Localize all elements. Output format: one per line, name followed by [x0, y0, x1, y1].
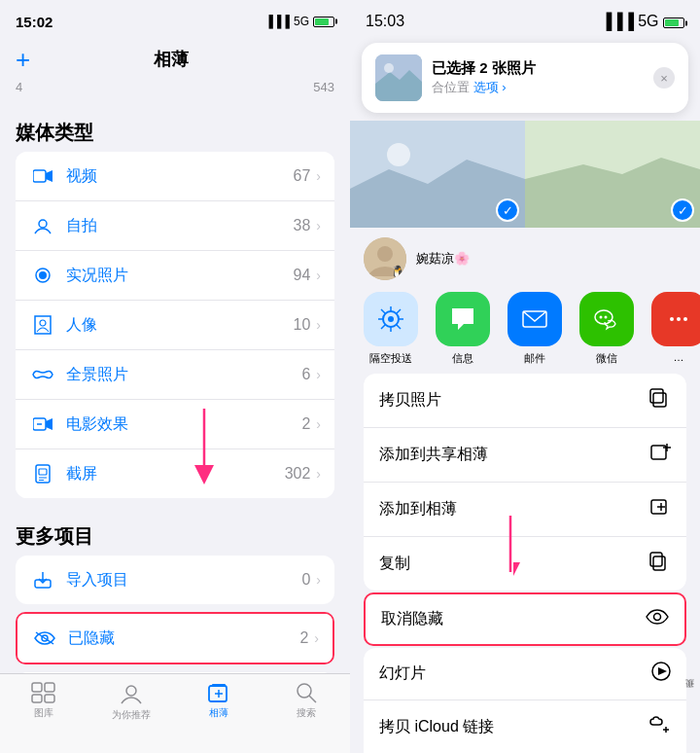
- panorama-label: 全景照片: [66, 365, 301, 385]
- svg-rect-23: [32, 683, 42, 692]
- svg-point-38: [387, 143, 410, 166]
- right-signal-bars: ▐▐▐: [601, 13, 634, 29]
- wechat-icon: [579, 292, 634, 346]
- hidden-item-container[interactable]: 已隐藏 2 ›: [16, 612, 334, 664]
- svg-point-61: [654, 614, 661, 621]
- media-section-header: 媒体类型: [0, 102, 350, 152]
- portrait-label: 人像: [66, 315, 294, 336]
- selfie-chevron: ›: [316, 218, 321, 233]
- action-unhide[interactable]: 取消隐藏: [364, 592, 686, 646]
- slideshow-label: 幻灯片: [379, 663, 426, 684]
- action-duplicate[interactable]: 复制: [364, 537, 686, 591]
- svg-rect-26: [45, 695, 54, 702]
- add-shared-label: 添加到共享相薄: [379, 445, 488, 465]
- message-label: 信息: [452, 351, 473, 366]
- list-item-cinematic[interactable]: 电影效果 2 ›: [16, 400, 334, 449]
- copy-photo-icon: [649, 387, 671, 413]
- right-status-time: 15:03: [366, 13, 404, 30]
- notification-banner[interactable]: 已选择 2 张照片 合位置 选项 › ×: [362, 43, 688, 113]
- svg-rect-60: [650, 553, 662, 566]
- notif-link[interactable]: 选项 ›: [473, 80, 507, 94]
- share-wechat[interactable]: 微信: [579, 292, 634, 366]
- albums-tab-label: 相薄: [209, 706, 228, 720]
- list-item-video[interactable]: 视频 67 ›: [16, 152, 334, 201]
- hidden-icon: [31, 625, 58, 652]
- left-page-title: 相薄: [154, 48, 189, 71]
- portrait-icon: [29, 311, 56, 339]
- more-section-header: 更多项目: [0, 506, 350, 556]
- tab-albums[interactable]: 相薄: [175, 682, 262, 720]
- right-panel: 15:03 ▐▐▐ 5G 已选择 2 张照片 合位置 选项 › × ✓: [350, 0, 700, 753]
- left-status-time: 15:02: [16, 14, 52, 30]
- svg-marker-63: [658, 667, 667, 675]
- share-airdrop[interactable]: 隔空投送: [364, 292, 418, 366]
- notif-title: 已选择 2 张照片: [432, 59, 653, 78]
- hidden-label: 已隐藏: [68, 628, 299, 649]
- action-add-shared[interactable]: 添加到共享相薄: [364, 428, 686, 483]
- slideshow-icon: [651, 662, 671, 686]
- share-more[interactable]: …: [651, 292, 700, 366]
- svg-point-5: [40, 320, 46, 326]
- list-item-selfie[interactable]: 自拍 38 ›: [16, 201, 334, 251]
- cinematic-label: 电影效果: [66, 414, 301, 435]
- action-add-album[interactable]: 添加到相薄: [364, 483, 686, 537]
- photo-thumb-1[interactable]: ✓: [350, 121, 525, 228]
- list-item-live[interactable]: 实况照片 94 ›: [16, 251, 334, 301]
- list-item-hidden[interactable]: 已隐藏 2 ›: [18, 614, 332, 663]
- svg-rect-29: [212, 684, 226, 686]
- unhide-label: 取消隐藏: [381, 609, 443, 629]
- share-mail[interactable]: 邮件: [508, 292, 562, 366]
- list-item-panorama[interactable]: 全景照片 6 ›: [16, 350, 334, 400]
- tab-gallery[interactable]: 图库: [0, 682, 88, 720]
- airdrop-icon: [364, 292, 418, 346]
- albums-tab-icon: [207, 682, 230, 703]
- live-icon: [29, 262, 56, 289]
- svg-point-50: [683, 317, 687, 321]
- svg-rect-0: [33, 170, 46, 182]
- svg-point-47: [605, 316, 608, 319]
- mail-label: 邮件: [524, 351, 545, 366]
- share-message[interactable]: 信息: [436, 292, 490, 366]
- svg-point-41: [377, 246, 393, 262]
- panorama-count: 6: [301, 366, 310, 383]
- gallery-tab-label: 图库: [34, 706, 53, 720]
- wechat-label: 微信: [596, 351, 617, 366]
- tab-search[interactable]: 搜索: [262, 682, 350, 720]
- recommended-tab-label: 为你推荐: [112, 708, 151, 722]
- add-album-label: 添加到相薄: [379, 499, 457, 520]
- action-copy-photo[interactable]: 拷贝照片: [364, 374, 686, 428]
- photo-check-1: ✓: [496, 198, 519, 222]
- left-panel: 15:02 ▐▐▐ 5G + 相薄 4 543 媒体类型 视频 67: [0, 0, 350, 753]
- left-header: + 相薄: [0, 43, 350, 80]
- svg-point-27: [126, 686, 136, 696]
- action-slideshow[interactable]: 幻灯片: [364, 648, 686, 700]
- selfie-label: 自拍: [66, 216, 294, 236]
- right-status-icons: ▐▐▐ 5G: [601, 13, 684, 30]
- left-scroll-area[interactable]: 媒体类型 视频 67 › 自拍 38 ›: [0, 102, 350, 673]
- action-icloud-link[interactable]: 拷贝 iCloud 链接: [364, 700, 686, 753]
- list-item-import[interactable]: 导入项目 0 ›: [16, 556, 334, 604]
- photo-thumb-2[interactable]: ✓: [525, 121, 700, 228]
- person-avatar: 🐧: [364, 237, 406, 280]
- battery-icon: [313, 17, 334, 27]
- svg-point-3: [39, 271, 47, 279]
- video-chevron: ›: [316, 168, 321, 184]
- svg-point-49: [677, 317, 681, 321]
- live-label: 实况照片: [66, 266, 294, 286]
- count-right: 543: [313, 80, 334, 94]
- import-count: 0: [301, 571, 310, 589]
- list-item-portrait[interactable]: 人像 10 ›: [16, 301, 334, 350]
- list-item-screenshot[interactable]: 截屏 302 ›: [16, 449, 334, 498]
- video-count: 67: [294, 167, 311, 185]
- person-name: 婉菇凉🌸: [416, 250, 470, 268]
- svg-point-36: [384, 63, 394, 73]
- notif-close-button[interactable]: ×: [653, 67, 675, 89]
- selfie-count: 38: [294, 217, 311, 234]
- recommended-tab-icon: [120, 682, 143, 705]
- tab-recommended[interactable]: 为你推荐: [88, 682, 175, 722]
- action-list[interactable]: 拷贝照片 添加到共享相薄 添加到相薄 复制: [350, 374, 700, 753]
- add-button[interactable]: +: [16, 47, 30, 72]
- selfie-icon: [29, 212, 56, 239]
- add-shared-icon: [649, 442, 671, 468]
- svg-marker-7: [46, 418, 52, 430]
